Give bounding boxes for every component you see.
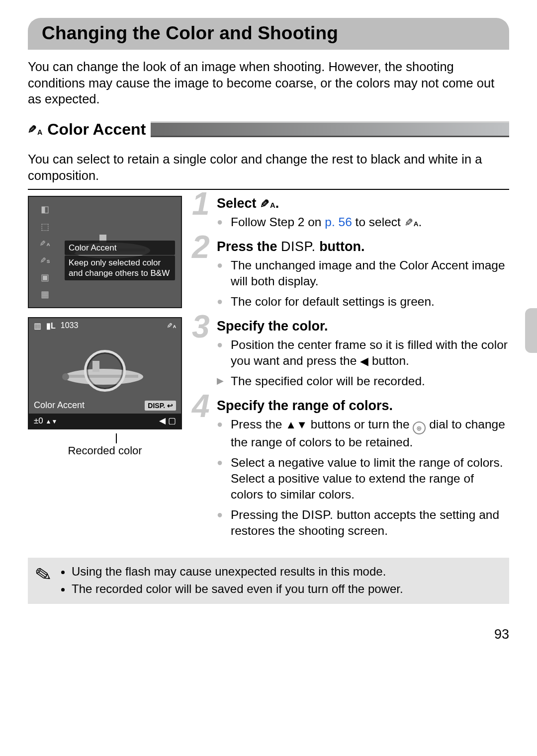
step-title: Specify the range of colors.	[217, 398, 509, 414]
section-description: You can select to retain a single color …	[28, 151, 509, 183]
step-bullet: Press the ▲▼ buttons or turn the ◎ dial …	[217, 417, 509, 451]
page-title-bar: Changing the Color and Shooting	[28, 18, 509, 50]
separator-line	[28, 189, 509, 190]
step-3: 3 Specify the color. Position the center…	[195, 319, 509, 389]
step-bullet: The color for default settings is green.	[217, 294, 509, 310]
center-sample-ring	[84, 350, 126, 392]
step-2: 2 Press the DISP. button. The unchanged …	[195, 239, 509, 310]
left-arrow-icon: ◀	[360, 355, 368, 367]
step-number: 1	[192, 188, 210, 220]
step-bullet: Position the center frame so it is fille…	[217, 337, 509, 369]
disp-toggle-chip: DISP. ↩	[145, 401, 176, 411]
manual-page: Changing the Color and Shooting You can …	[0, 0, 537, 657]
battery-icon: ▥	[34, 321, 41, 331]
steps-column: 1 Select ✎A. Follow Step 2 on p. 56 to s…	[195, 196, 509, 548]
page-ref-link[interactable]: p. 56	[325, 215, 352, 229]
camera-screenshot-live: ▥ ▮L 1033 ✎A Color Accent DISP. ↩ ±0 ▲▼ …	[28, 317, 182, 429]
quality-icon: ▮L	[46, 321, 56, 331]
page-number: 93	[28, 627, 509, 657]
intro-text: You can change the look of an image when…	[28, 59, 509, 107]
note-box: ✎ Using the flash may cause unexpected r…	[28, 558, 509, 604]
screenshot-caption: Recorded color	[28, 444, 182, 457]
paintbrush-a-icon: ✎A	[404, 215, 419, 229]
mode-name-overlay: Color Accent	[34, 400, 85, 411]
camera-screenshot-menu: ◧⬚✎A✎S▣▦ Color Accent Keep only selected…	[28, 196, 182, 308]
paintbrush-a-icon: ✎A	[39, 238, 50, 249]
step-1: 1 Select ✎A. Follow Step 2 on p. 56 to s…	[195, 196, 509, 230]
note-item: Using the flash may cause unexpected res…	[72, 564, 403, 580]
disp-button-label: DISP.	[302, 508, 333, 521]
section-accent-bar	[151, 121, 509, 137]
step-number: 2	[192, 231, 210, 263]
range-value: ±0 ▲▼	[34, 416, 57, 426]
step-title: Press the DISP. button.	[217, 239, 509, 254]
callout-line	[116, 433, 117, 443]
screenshots-column: ◧⬚✎A✎S▣▦ Color Accent Keep only selected…	[28, 196, 182, 548]
step-title: Specify the color.	[217, 319, 509, 334]
svg-point-7	[62, 373, 69, 380]
mode-hint-overlay: Keep only selected colorand change other…	[65, 255, 175, 281]
step-bullet: Follow Step 2 on p. 56 to select ✎A.	[217, 214, 509, 230]
control-dial-icon: ◎	[413, 421, 426, 434]
step-bullet: Pressing the DISP. button accepts the se…	[217, 507, 509, 539]
shots-remaining: 1033	[61, 321, 79, 330]
page-title: Changing the Color and Shooting	[42, 23, 338, 43]
pencil-note-icon: ✎	[33, 564, 53, 586]
section-title: Color Accent	[47, 120, 146, 139]
paintbrush-a-icon: ✎A	[167, 321, 176, 330]
step-4: 4 Specify the range of colors. Press the…	[195, 398, 509, 539]
step-number: 4	[192, 390, 210, 422]
section-heading: ✎A Color Accent	[28, 120, 509, 139]
disp-button-label: DISP.	[281, 239, 316, 254]
mode-name-overlay: Color Accent	[65, 241, 175, 255]
paintbrush-a-icon: ✎A	[260, 196, 275, 211]
sample-swatch-icon: ◀ ▢	[159, 416, 176, 426]
step-number: 3	[192, 311, 210, 342]
up-down-arrow-icon: ▲▼	[285, 419, 307, 431]
step-bullet: Select a negative value to limit the ran…	[217, 455, 509, 503]
step-title: Select ✎A.	[217, 196, 509, 211]
note-item: The recorded color will be saved even if…	[72, 581, 403, 597]
step-bullet: The unchanged image and the Color Accent…	[217, 257, 509, 290]
step-result: The specified color will be recorded.	[217, 373, 509, 389]
paintbrush-a-icon: ✎A	[28, 123, 42, 136]
chapter-thumb-tab	[525, 308, 537, 353]
